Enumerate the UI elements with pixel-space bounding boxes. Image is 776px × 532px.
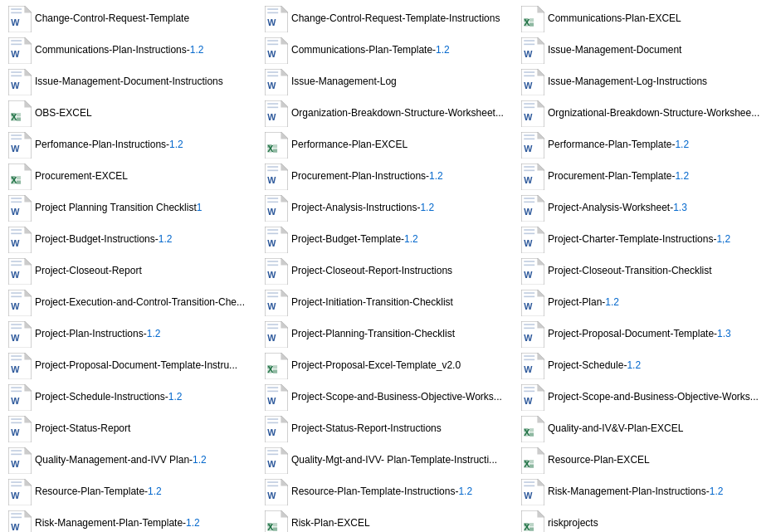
file-name: Project-Status-Report-Instructions — [291, 422, 442, 436]
svg-text:W: W — [11, 522, 20, 532]
file-item[interactable]: W Performance-Plan-Template-1.2 — [516, 129, 773, 161]
file-item[interactable]: W Communications-Plan-Instructions-1.2 — [3, 35, 260, 66]
svg-rect-270 — [530, 523, 534, 526]
file-item[interactable]: W Project-Budget-Instructions-1.2 — [3, 224, 260, 256]
svg-rect-220 — [524, 432, 528, 436]
file-name: Project-Plan-Instructions-1.2 — [35, 328, 160, 341]
file-item[interactable]: W Project-Plan-Instructions-1.2 — [3, 319, 260, 350]
file-item[interactable]: W Project-Planning-Transition-Checklist — [260, 319, 516, 350]
svg-rect-263 — [273, 523, 277, 526]
svg-marker-89 — [281, 164, 288, 171]
svg-rect-187 — [524, 355, 534, 357]
svg-text:W: W — [267, 301, 276, 311]
file-item[interactable]: W Project-Closeout-Report-Instructions — [260, 256, 516, 287]
svg-rect-53 — [17, 117, 21, 120]
word-icon: W — [265, 6, 288, 32]
file-item[interactable]: W Project-Plan-1.2 — [516, 287, 773, 319]
file-item[interactable]: W Project-Schedule-Instructions-1.2 — [3, 382, 260, 413]
svg-rect-91 — [267, 169, 278, 171]
svg-rect-126 — [524, 232, 534, 234]
svg-rect-165 — [267, 324, 278, 325]
file-item[interactable]: W Risk-Management-Plan-Instructions-1.2 — [516, 476, 773, 508]
file-item[interactable]: W Change-Control-Request-Template-Instru… — [260, 3, 516, 35]
file-item[interactable]: W Resource-Plan-Template-1.2 — [3, 476, 260, 508]
word-icon: W — [265, 227, 288, 253]
file-item[interactable]: W Issue-Management-Log — [260, 66, 516, 98]
svg-rect-246 — [267, 481, 278, 483]
svg-rect-150 — [267, 292, 278, 294]
svg-rect-192 — [11, 387, 22, 388]
word-icon: W — [8, 384, 32, 411]
excel-icon: X — [521, 6, 544, 32]
file-item[interactable]: W Project-Analysis-Worksheet-1.3 — [516, 193, 773, 224]
file-item[interactable]: W Project-Proposal-Document-Template-1.3 — [516, 319, 773, 350]
file-item[interactable]: W Issue-Management-Document — [516, 35, 773, 66]
file-item[interactable]: W Project-Closeout-Report — [3, 256, 260, 287]
file-item[interactable]: W Quality-Mgt-and-IVV- Plan-Template-Ins… — [260, 445, 516, 476]
svg-rect-106 — [267, 201, 278, 203]
word-icon: W — [521, 69, 544, 95]
svg-rect-151 — [267, 295, 278, 297]
file-item[interactable]: W Project-Proposal-Document-Template-Ins… — [3, 350, 260, 382]
file-item[interactable]: W Project-Initiation-Transition-Checklis… — [260, 287, 516, 319]
file-item[interactable]: W Project-Status-Report — [3, 413, 260, 445]
file-item[interactable]: X Performance-Plan-EXCEL — [260, 129, 516, 161]
word-icon: W — [265, 69, 288, 95]
svg-rect-175 — [11, 355, 22, 357]
svg-rect-25 — [267, 43, 278, 45]
file-name: Project-Scope-and-Business-Objective-Wor… — [548, 391, 759, 404]
file-name: OBS-EXCEL — [35, 107, 92, 120]
svg-rect-84 — [11, 176, 15, 179]
svg-rect-269 — [524, 523, 528, 526]
svg-text:W: W — [524, 81, 533, 90]
svg-rect-257 — [11, 516, 22, 518]
file-item[interactable]: W Project-Scope-and-Business-Objective-W… — [260, 382, 516, 413]
file-item[interactable]: W Project-Execution-and-Control-Transiti… — [3, 287, 260, 319]
file-item[interactable]: W Procurement-Plan-Template-1.2 — [516, 161, 773, 193]
svg-rect-207 — [11, 418, 22, 420]
svg-rect-35 — [11, 75, 22, 76]
file-item[interactable]: W Project-Scope-and-Business-Objective-W… — [516, 382, 773, 413]
file-item[interactable]: X Project-Proposal-Excel-Template_v2.0 — [260, 350, 516, 382]
word-icon: W — [8, 416, 32, 442]
file-grid: W Change-Control-Request-Template W Chan… — [0, 0, 776, 532]
file-item[interactable]: X Resource-Plan-EXCEL — [516, 445, 773, 476]
file-item[interactable]: W Issue-Management-Log-Instructions — [516, 66, 773, 98]
svg-text:W: W — [11, 17, 20, 27]
file-item[interactable]: W Project-Status-Report-Instructions — [260, 413, 516, 445]
file-item[interactable]: W Change-Control-Request-Template — [3, 3, 260, 35]
file-item[interactable]: W Project Planning Transition Checklist1 — [3, 193, 260, 224]
file-item[interactable]: W Project-Schedule-1.2 — [516, 350, 773, 382]
file-item[interactable]: X Procurement-EXCEL — [3, 161, 260, 193]
file-item[interactable]: X riskprojects — [516, 508, 773, 532]
svg-rect-193 — [11, 390, 22, 392]
file-item[interactable]: W Risk-Management-Plan-Template-1.2 — [3, 508, 260, 532]
file-item[interactable]: W Perfomance-Plan-Instructions-1.2 — [3, 129, 260, 161]
file-item[interactable]: W Resource-Plan-Template-Instructions-1.… — [260, 476, 516, 508]
svg-rect-39 — [267, 71, 278, 73]
file-item[interactable]: X Risk-Plan-EXCEL — [260, 508, 516, 532]
file-item[interactable]: X Quality-and-IV&V-Plan-EXCEL — [516, 413, 773, 445]
word-icon: W — [265, 164, 288, 190]
file-name: Project Planning Transition Checklist1 — [35, 202, 202, 215]
excel-icon: X — [265, 510, 288, 532]
file-item[interactable]: W Project-Analysis-Instructions-1.2 — [260, 193, 516, 224]
file-item[interactable]: X OBS-EXCEL — [3, 98, 260, 129]
file-item[interactable]: W Issue-Management-Document-Instructions — [3, 66, 260, 98]
word-icon: W — [8, 290, 32, 316]
file-item[interactable]: W Orgnizational-Breakdown-Structure-Work… — [516, 98, 773, 129]
word-icon: W — [8, 132, 32, 159]
file-item[interactable]: W Project-Budget-Template-1.2 — [260, 224, 516, 256]
file-item[interactable]: W Communications-Plan-Template-1.2 — [260, 35, 516, 66]
svg-rect-79 — [524, 138, 534, 139]
word-icon: W — [265, 384, 288, 411]
word-icon: W — [8, 510, 32, 532]
svg-rect-72 — [267, 144, 271, 148]
file-item[interactable]: W Project-Closeout-Transition-Checklist — [516, 256, 773, 287]
file-item[interactable]: W Organization-Breakdown-Structure-Works… — [260, 98, 516, 129]
file-name: Issue-Management-Log-Instructions — [548, 76, 707, 89]
file-item[interactable]: X Communications-Plan-EXCEL — [516, 3, 773, 35]
file-item[interactable]: W Procurement-Plan-Instructions-1.2 — [260, 161, 516, 193]
file-item[interactable]: W Project-Charter-Template-Instructions-… — [516, 224, 773, 256]
file-item[interactable]: W Quality-Management-and-IVV Plan-1.2 — [3, 445, 260, 476]
